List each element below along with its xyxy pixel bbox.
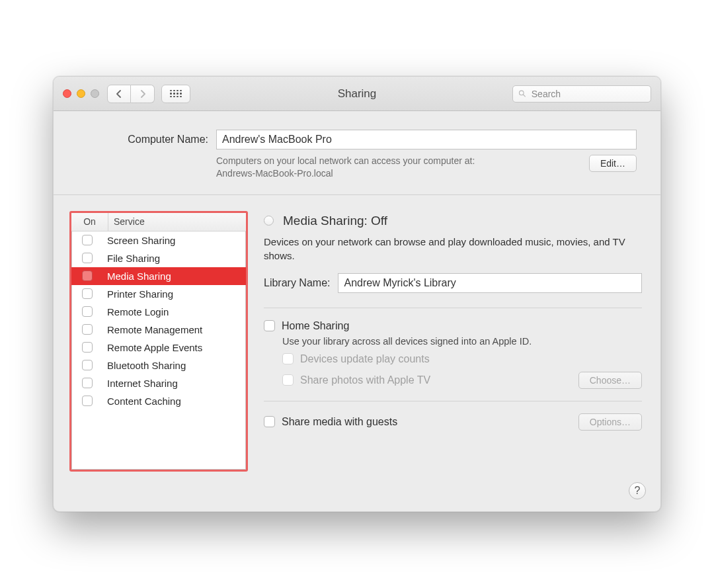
computer-name-input[interactable]	[216, 130, 637, 149]
service-checkbox[interactable]	[82, 253, 93, 263]
devices-update-checkbox[interactable]	[282, 353, 294, 364]
service-label: Internet Sharing	[107, 378, 178, 389]
column-header-service: Service	[108, 213, 246, 231]
service-row-file-sharing[interactable]: File Sharing	[71, 249, 246, 267]
service-label: Content Caching	[107, 396, 181, 407]
media-sharing-description: Devices on your network can browse and p…	[264, 235, 642, 263]
service-row-content-caching[interactable]: Content Caching	[71, 392, 246, 410]
service-label: Bluetooth Sharing	[107, 360, 186, 371]
service-label: Remote Management	[107, 324, 202, 335]
column-header-on: On	[71, 213, 108, 231]
service-label: File Sharing	[107, 253, 160, 264]
help-icon: ?	[635, 485, 641, 497]
status-indicator-icon	[264, 216, 274, 226]
choose-button[interactable]: Choose…	[578, 372, 642, 389]
service-row-internet-sharing[interactable]: Internet Sharing	[71, 374, 246, 392]
home-sharing-label: Home Sharing	[282, 320, 349, 332]
show-all-button[interactable]	[161, 85, 190, 103]
chevron-left-icon	[116, 90, 122, 98]
options-button[interactable]: Options…	[578, 413, 642, 431]
nav-buttons	[107, 85, 155, 103]
services-list: On Service Screen Sharing File Sharing M…	[69, 211, 248, 472]
edit-hostname-button[interactable]: Edit…	[589, 155, 637, 172]
search-icon	[518, 89, 526, 98]
service-label: Media Sharing	[107, 271, 171, 282]
service-row-printer-sharing[interactable]: Printer Sharing	[71, 285, 246, 303]
service-checkbox[interactable]	[82, 324, 93, 335]
sharing-body: On Service Screen Sharing File Sharing M…	[54, 195, 660, 511]
library-name-input[interactable]	[338, 273, 642, 293]
service-row-remote-login[interactable]: Remote Login	[71, 303, 246, 321]
computer-name-helper: Computers on your local network can acce…	[216, 155, 589, 180]
services-header: On Service	[71, 213, 246, 231]
share-guests-label: Share media with guests	[282, 416, 397, 428]
zoom-window-button[interactable]	[91, 89, 99, 98]
svg-line-1	[524, 95, 526, 97]
service-label: Remote Login	[107, 306, 169, 317]
share-photos-checkbox[interactable]	[282, 374, 294, 386]
devices-update-label: Devices update play counts	[300, 353, 430, 365]
close-window-button[interactable]	[63, 89, 71, 98]
back-button[interactable]	[107, 85, 131, 103]
service-label: Printer Sharing	[107, 288, 173, 300]
chevron-right-icon	[139, 90, 146, 98]
divider	[264, 308, 642, 308]
help-button[interactable]: ?	[629, 482, 646, 499]
service-checkbox[interactable]	[82, 235, 93, 245]
service-row-bluetooth-sharing[interactable]: Bluetooth Sharing	[71, 357, 246, 374]
service-checkbox[interactable]	[82, 360, 93, 370]
service-checkbox[interactable]	[82, 271, 93, 281]
service-checkbox[interactable]	[82, 342, 93, 353]
service-checkbox[interactable]	[82, 306, 93, 317]
service-row-remote-apple-events[interactable]: Remote Apple Events	[71, 339, 246, 357]
svg-point-0	[519, 91, 524, 95]
search-field[interactable]	[512, 85, 651, 103]
titlebar: Sharing	[54, 77, 660, 111]
grid-icon	[170, 90, 182, 98]
service-row-screen-sharing[interactable]: Screen Sharing	[71, 231, 246, 249]
service-checkbox[interactable]	[82, 396, 93, 406]
computer-name-label: Computer Name:	[77, 134, 216, 146]
service-label: Remote Apple Events	[107, 342, 202, 353]
home-sharing-description: Use your library across all devices sign…	[282, 336, 642, 347]
media-sharing-status: Media Sharing: Off	[283, 214, 387, 228]
search-input[interactable]	[530, 88, 645, 100]
share-photos-label: Share photos with Apple TV	[300, 374, 430, 386]
service-row-media-sharing[interactable]: Media Sharing	[71, 267, 246, 285]
service-detail-panel: Media Sharing: Off Devices on your netwo…	[264, 211, 642, 472]
minimize-window-button[interactable]	[77, 89, 85, 98]
window-controls	[63, 89, 99, 98]
library-name-label: Library Name:	[264, 277, 330, 289]
preferences-window: Sharing Computer Name: Computers on your…	[53, 76, 661, 512]
forward-button[interactable]	[131, 85, 155, 103]
computer-name-section: Computer Name: Computers on your local n…	[54, 111, 660, 195]
service-checkbox[interactable]	[82, 288, 93, 299]
service-checkbox[interactable]	[82, 378, 93, 388]
service-row-remote-management[interactable]: Remote Management	[71, 321, 246, 339]
divider	[264, 401, 642, 401]
service-label: Screen Sharing	[107, 235, 175, 246]
home-sharing-checkbox[interactable]	[264, 320, 275, 331]
share-guests-checkbox[interactable]	[264, 416, 275, 427]
